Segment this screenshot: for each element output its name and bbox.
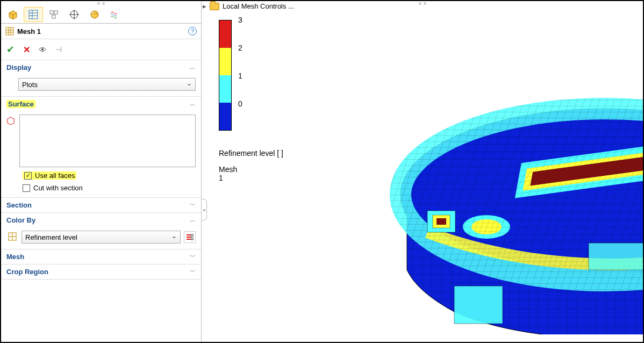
section-header-mesh[interactable]: Mesh ﹀ — [1, 249, 201, 264]
svg-rect-28 — [191, 234, 193, 240]
legend-tick: 3 — [238, 16, 242, 24]
svg-point-15 — [92, 12, 94, 14]
legend-tick: 0 — [238, 99, 242, 108]
use-all-faces-checkbox[interactable]: ✓ — [24, 172, 32, 180]
legend-title: Refinement level [ ] — [219, 149, 283, 158]
surface-listbox[interactable] — [19, 115, 196, 167]
section-display: Display ︿ Plots — [1, 60, 201, 97]
tab-dimxpert[interactable] — [65, 7, 84, 22]
display-label: Display — [6, 63, 31, 72]
tab-configuration[interactable] — [44, 7, 63, 22]
display-combo-value: Plots — [22, 81, 38, 89]
svg-rect-9 — [54, 11, 58, 14]
section-header-section[interactable]: Section ﹀ — [1, 198, 201, 212]
breadcrumb-label: Local Mesh Controls ... — [223, 2, 294, 10]
section-header-surface[interactable]: Surface ︿ — [1, 97, 201, 111]
mesh-icon — [5, 27, 14, 35]
tab-flow[interactable] — [105, 7, 125, 22]
sphere-icon — [90, 10, 99, 19]
legend-bar — [219, 20, 232, 131]
tab-feature-manager[interactable] — [3, 7, 23, 22]
svg-rect-45 — [437, 218, 446, 225]
legend-seg-0 — [219, 103, 231, 130]
mesh-label: Mesh — [6, 253, 24, 261]
section-color-by: Color By ︿ Refinement level — [1, 213, 201, 249]
svg-marker-21 — [8, 117, 14, 125]
section-crop: Crop Region ﹀ — [1, 265, 201, 280]
colorby-combo[interactable]: Refinement level — [22, 231, 181, 244]
panel-toolbar — [1, 6, 201, 24]
panel-collapse-tab[interactable]: ◂ — [202, 199, 207, 220]
svg-rect-10 — [52, 15, 55, 18]
cut-with-section-row[interactable]: Cut with section — [23, 184, 196, 192]
face-select-icon[interactable] — [6, 115, 16, 167]
section-header-crop[interactable]: Crop Region ﹀ — [1, 265, 201, 279]
cut-with-section-checkbox[interactable] — [23, 184, 30, 192]
panel-header: Mesh 1 ? — [1, 24, 201, 39]
svg-rect-52 — [589, 243, 644, 270]
pin-button[interactable]: ⊣ — [55, 45, 62, 54]
section-mesh: Mesh ﹀ — [1, 249, 201, 265]
panel-grip — [1, 1, 201, 6]
legend-seg-2 — [219, 48, 231, 75]
section-section: Section ﹀ — [1, 198, 201, 213]
color-legend: 3 2 1 0 Refinement level [ ] Mesh 1 — [219, 20, 232, 131]
section-surface: Surface ︿ ✓ Use all faces Cut with secti… — [1, 97, 201, 198]
waves-icon — [110, 10, 120, 19]
mesh-render — [374, 76, 644, 334]
svg-point-14 — [91, 11, 98, 18]
section-header-colorby[interactable]: Color By ︿ — [1, 213, 201, 227]
svg-rect-8 — [50, 11, 53, 14]
property-panel: Mesh 1 ? ✔ ✕ 👁 ⊣ Display ︿ Plots Surface… — [1, 1, 202, 342]
help-icon[interactable]: ? — [188, 27, 197, 35]
svg-rect-51 — [454, 286, 503, 324]
cancel-button[interactable]: ✕ — [23, 45, 30, 55]
cut-with-section-label: Cut with section — [33, 184, 83, 192]
legend-seg-3 — [219, 20, 231, 48]
list-red-icon — [186, 233, 194, 241]
colorby-combo-value: Refinement level — [25, 233, 77, 241]
preview-button[interactable]: 👁 — [39, 45, 47, 54]
chevron-up-icon: ︿ — [190, 216, 196, 224]
section-header-display[interactable]: Display ︿ — [1, 60, 201, 75]
chevron-up-icon: ︿ — [190, 63, 196, 72]
panel-title: Mesh 1 — [17, 27, 188, 35]
cube-icon — [8, 10, 18, 19]
display-combo[interactable]: Plots — [18, 78, 196, 91]
breadcrumb[interactable]: ▸ Local Mesh Controls ... — [203, 2, 294, 10]
chevron-right-icon: ▸ — [203, 2, 206, 10]
chevron-up-icon: ︿ — [190, 100, 196, 108]
tab-appearance[interactable] — [85, 7, 104, 22]
svg-rect-16 — [6, 27, 13, 35]
chevron-down-icon: ﹀ — [190, 268, 196, 276]
colorby-icon — [6, 232, 18, 242]
svg-point-40 — [471, 219, 502, 234]
config-icon — [49, 10, 59, 19]
chevron-down-icon: ﹀ — [190, 253, 196, 261]
colorby-label: Color By — [6, 216, 35, 224]
surface-label: Surface — [6, 100, 35, 108]
legend-seg-1 — [219, 75, 231, 103]
target-icon — [69, 10, 79, 19]
viewport[interactable]: ▸ Local Mesh Controls ... 3 2 1 0 Refine… — [202, 1, 643, 342]
section-label: Section — [6, 201, 32, 209]
legend-subtitle: Mesh 1 — [219, 165, 237, 182]
legend-tick: 1 — [238, 72, 242, 80]
crop-label: Crop Region — [6, 268, 48, 276]
folder-icon — [210, 3, 219, 10]
use-all-faces-row[interactable]: ✓ Use all faces — [23, 172, 76, 180]
svg-rect-4 — [29, 10, 38, 19]
chevron-down-icon: ﹀ — [190, 201, 196, 209]
tab-property-manager[interactable] — [24, 7, 43, 22]
property-sheet-icon — [28, 10, 38, 19]
ok-button[interactable]: ✔ — [6, 44, 15, 55]
accept-row: ✔ ✕ 👁 ⊣ — [1, 39, 201, 60]
use-all-faces-label: Use all faces — [35, 172, 75, 180]
legend-tick: 2 — [238, 44, 242, 52]
colorby-options-button[interactable] — [184, 231, 196, 243]
